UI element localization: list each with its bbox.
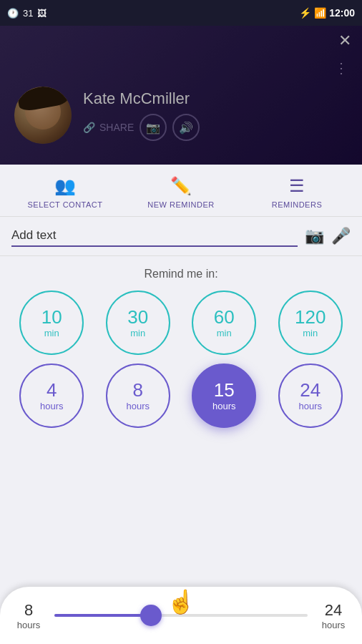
signal-icon: 📶 — [314, 7, 326, 19]
time-number-15: 15 — [214, 380, 235, 401]
main-panel: 👥 SELECT CONTACT ✏️ NEW REMINDER ☰ REMIN… — [0, 165, 362, 644]
bluetooth-icon: ⚡ — [299, 7, 311, 19]
share-label: SHARE — [99, 122, 134, 133]
time-btn-10min[interactable]: 10 min — [19, 291, 84, 355]
slider-min-number: 8 — [24, 601, 33, 620]
slider-min-unit: hours — [17, 620, 41, 630]
status-icon-3: 🖼 — [37, 8, 47, 19]
time-number-60: 60 — [214, 307, 235, 328]
add-text-input[interactable] — [11, 225, 298, 247]
remind-title: Remind me in: — [7, 268, 355, 280]
time-btn-30min[interactable]: 30 min — [106, 291, 170, 355]
slider-fill — [54, 614, 151, 617]
time-btn-120min[interactable]: 120 min — [278, 291, 343, 355]
tab-select-contact[interactable]: 👥 SELECT CONTACT — [7, 176, 123, 209]
time-grid-row2: 4 hours 8 hours 15 hours ☝️ 24 hours — [7, 364, 355, 428]
time-unit-8: hours — [126, 401, 150, 411]
time-number-10: 10 — [41, 307, 62, 328]
remind-section: Remind me in: 10 min 30 min 60 min 120 m… — [0, 256, 362, 435]
status-icon-2: 31 — [23, 8, 33, 19]
time-btn-4hours[interactable]: 4 hours — [19, 364, 84, 428]
reminders-icon: ☰ — [289, 176, 305, 196]
time-btn-60min[interactable]: 60 min — [192, 291, 256, 355]
tab-new-reminder[interactable]: ✏️ NEW REMINDER — [123, 176, 239, 209]
speaker-icon: 🔊 — [179, 121, 193, 135]
slider-min-label: 8 hours — [14, 601, 43, 630]
time-number-120: 120 — [295, 307, 326, 328]
time-unit-10: min — [44, 328, 59, 338]
avatar — [14, 87, 72, 144]
time-unit-4: hours — [40, 401, 64, 411]
tab-reminders[interactable]: ☰ REMINDERS — [239, 176, 355, 209]
time-btn-8hours[interactable]: 8 hours — [106, 364, 170, 428]
time-grid-row1: 10 min 30 min 60 min 120 min — [7, 291, 355, 355]
speaker-button[interactable]: 🔊 — [172, 114, 200, 141]
status-bar: 🕐 31 🖼 ⚡ 📶 12:00 — [0, 0, 362, 26]
microphone-icon[interactable]: 🎤 — [331, 227, 351, 245]
status-icon-1: 🕐 — [7, 8, 19, 19]
camera-button[interactable]: 📷 — [140, 114, 167, 141]
time-unit-15: hours — [212, 401, 236, 411]
contact-row: Kate McCmiller 🔗 SHARE 📷 🔊 ⋮ — [14, 87, 348, 144]
time-btn-24hours[interactable]: 24 hours — [278, 364, 343, 428]
camera-icon: 📷 — [146, 121, 160, 135]
slider-thumb[interactable] — [140, 605, 162, 626]
tab-reminders-label: REMINDERS — [272, 200, 323, 209]
photo-attach-icon[interactable]: 📷 — [305, 227, 324, 245]
select-contact-icon: 👥 — [54, 176, 76, 196]
time-unit-60: min — [217, 328, 232, 338]
cursor-hand-icon: ☝️ — [167, 588, 195, 615]
tab-new-reminder-label: NEW REMINDER — [147, 200, 214, 209]
contact-name-area: Kate McCmiller 🔗 SHARE 📷 🔊 — [83, 89, 348, 141]
tab-select-contact-label: SELECT CONTACT — [28, 200, 103, 209]
time-unit-24: hours — [298, 401, 322, 411]
time-unit-30: min — [130, 328, 145, 338]
share-button[interactable]: 🔗 SHARE — [83, 122, 134, 133]
contact-name: Kate McCmiller — [83, 89, 348, 108]
new-reminder-icon: ✏️ — [170, 176, 192, 196]
time-number-4: 4 — [47, 380, 57, 401]
status-time: ⚡ 📶 12:00 — [299, 7, 355, 19]
slider-max-number: 24 — [325, 601, 342, 620]
close-button[interactable]: ✕ — [338, 31, 351, 50]
time-btn-15hours[interactable]: 15 hours ☝️ — [192, 364, 256, 428]
time-number-30: 30 — [127, 307, 148, 328]
time-unit-120: min — [303, 328, 318, 338]
avatar-image — [14, 87, 72, 144]
add-text-row: 📷 🎤 — [0, 217, 362, 256]
slider-max-unit: hours — [322, 620, 346, 630]
status-left-icons: 🕐 31 🖼 — [7, 8, 47, 19]
tab-row: 👥 SELECT CONTACT ✏️ NEW REMINDER ☰ REMIN… — [0, 165, 362, 217]
share-row: 🔗 SHARE 📷 🔊 — [83, 114, 348, 141]
time-display: 12:00 — [329, 7, 355, 19]
more-options-button[interactable]: ⋮ — [333, 61, 348, 78]
share-icon: 🔗 — [83, 122, 95, 133]
time-number-24: 24 — [300, 380, 321, 401]
slider-max-label: 24 hours — [319, 601, 348, 630]
time-number-8: 8 — [133, 380, 143, 401]
